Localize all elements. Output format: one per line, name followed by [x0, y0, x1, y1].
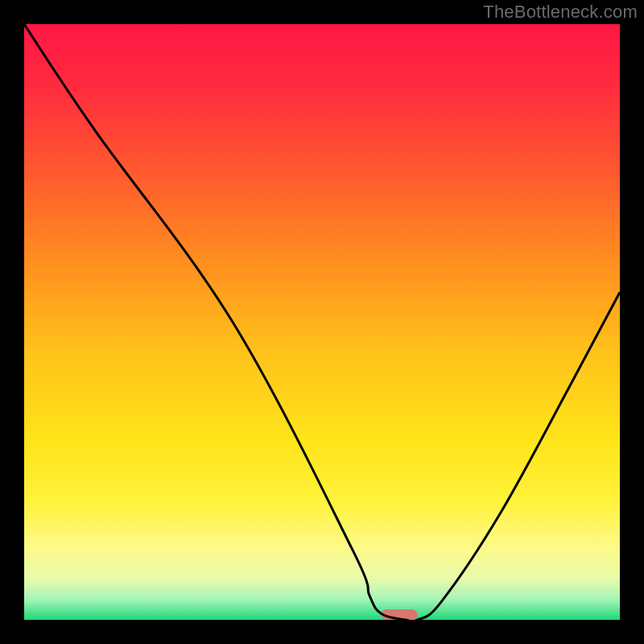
- bottleneck-chart: [24, 24, 620, 620]
- chart-frame: TheBottleneck.com: [0, 0, 644, 644]
- gradient-background: [24, 24, 620, 620]
- watermark-text: TheBottleneck.com: [483, 2, 638, 23]
- plot-area: [24, 24, 620, 620]
